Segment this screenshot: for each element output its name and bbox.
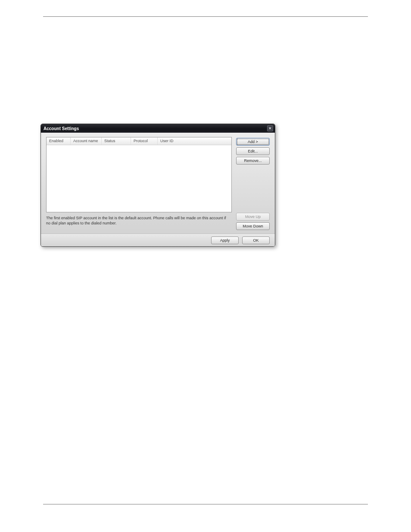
column-protocol[interactable]: Protocol: [131, 137, 158, 145]
accounts-table[interactable]: Enabled Account name Status Protocol Use…: [46, 137, 232, 212]
move-down-button[interactable]: Move Down: [236, 222, 270, 230]
table-header-row: Enabled Account name Status Protocol Use…: [47, 137, 231, 145]
ok-button[interactable]: OK: [242, 236, 270, 244]
document-page: Account Settings ✕ Enabled Account name …: [0, 0, 411, 532]
close-icon: ✕: [268, 127, 272, 131]
dialog-titlebar: Account Settings ✕: [41, 124, 275, 133]
column-account-name[interactable]: Account name: [71, 137, 102, 145]
column-enabled[interactable]: Enabled: [47, 137, 71, 145]
dialog-title: Account Settings: [44, 126, 79, 131]
default-account-note: The first enabled SIP account in the lis…: [46, 216, 232, 226]
footer-divider: [43, 504, 368, 504]
edit-button[interactable]: Edit...: [236, 147, 270, 155]
account-settings-dialog: Account Settings ✕ Enabled Account name …: [40, 124, 275, 247]
header-divider: [43, 16, 368, 17]
button-spacer: [236, 166, 270, 211]
move-up-button[interactable]: Move Up: [236, 213, 270, 221]
side-buttons: Add > Edit... Remove... Move Up Move Dow…: [236, 137, 270, 230]
column-user-id[interactable]: User ID: [158, 137, 231, 145]
main-row: Enabled Account name Status Protocol Use…: [46, 137, 270, 230]
add-button[interactable]: Add >: [236, 138, 270, 146]
remove-button[interactable]: Remove...: [236, 157, 270, 165]
list-panel: Enabled Account name Status Protocol Use…: [46, 137, 232, 230]
apply-button[interactable]: Apply: [211, 236, 239, 244]
close-button[interactable]: ✕: [267, 125, 273, 131]
dialog-footer: Apply OK: [41, 233, 275, 246]
dialog-content: Enabled Account name Status Protocol Use…: [41, 133, 275, 233]
column-status[interactable]: Status: [102, 137, 131, 145]
